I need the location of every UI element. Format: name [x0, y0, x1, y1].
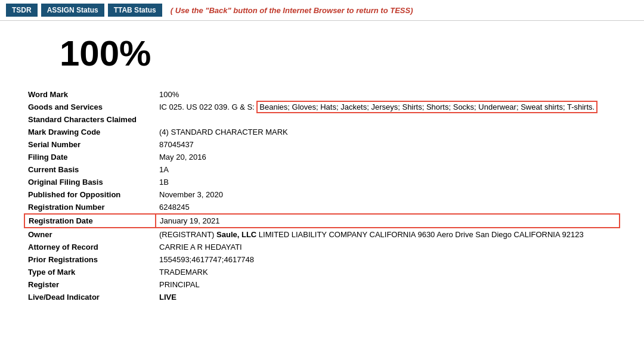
field-value: 1554593;4617747;4617748 [156, 253, 620, 266]
field-value: 1A [156, 163, 620, 176]
field-label: Prior Registrations [24, 253, 156, 266]
field-value: PRINCIPAL [156, 278, 620, 291]
field-value: CARRIE A R HEDAYATI [156, 241, 620, 253]
table-row: Live/Dead Indicator LIVE [24, 291, 620, 303]
field-value: November 3, 2020 [156, 188, 620, 201]
field-label: Goods and Services [24, 101, 156, 113]
field-value: January 19, 2021 [156, 214, 620, 228]
ttab-status-button[interactable]: TTAB Status [108, 4, 162, 17]
table-row: Current Basis 1A [24, 163, 620, 176]
main-content: 100% Word Mark 100% Goods and Services I… [0, 21, 644, 315]
toolbar-note: ( Use the "Back" button of the Internet … [171, 6, 413, 15]
field-label: Filing Date [24, 151, 156, 163]
table-row: Published for Opposition November 3, 202… [24, 188, 620, 201]
field-label: Mark Drawing Code [24, 126, 156, 138]
field-value: 1B [156, 176, 620, 188]
table-row: Filing Date May 20, 2016 [24, 151, 620, 163]
table-row: Word Mark 100% [24, 88, 620, 101]
field-value: 87045437 [156, 138, 620, 151]
registration-date-row: Registration Date January 19, 2021 [24, 214, 620, 228]
field-label: Register [24, 278, 156, 291]
field-value: TRADEMARK [156, 266, 620, 278]
field-label: Current Basis [24, 163, 156, 176]
table-row: Standard Characters Claimed [24, 113, 620, 126]
toolbar: TSDR ASSIGN Status TTAB Status ( Use the… [0, 0, 644, 21]
goods-highlight-box: Beanies; Gloves; Hats; Jackets; Jerseys;… [256, 101, 597, 113]
field-label: Serial Number [24, 138, 156, 151]
field-label: Published for Opposition [24, 188, 156, 201]
field-label: Registration Number [24, 201, 156, 214]
table-row: Goods and Services IC 025. US 022 039. G… [24, 101, 620, 113]
mark-title: 100% [60, 33, 620, 74]
owner-name: Saule, LLC [216, 230, 256, 239]
table-row: Serial Number 87045437 [24, 138, 620, 151]
field-label: Registration Date [24, 214, 156, 228]
field-label: Word Mark [24, 88, 156, 101]
trademark-data-table: Word Mark 100% Goods and Services IC 025… [24, 88, 620, 303]
table-row: Type of Mark TRADEMARK [24, 266, 620, 278]
table-row: Owner (REGISTRANT) Saule, LLC LIMITED LI… [24, 228, 620, 241]
field-value: (4) STANDARD CHARACTER MARK [156, 126, 620, 138]
table-row: Registration Number 6248245 [24, 201, 620, 214]
tsdr-button[interactable]: TSDR [6, 4, 38, 17]
field-value-owner: (REGISTRANT) Saule, LLC LIMITED LIABILIT… [156, 228, 620, 241]
field-value: May 20, 2016 [156, 151, 620, 163]
field-label: Attorney of Record [24, 241, 156, 253]
field-value-goods: IC 025. US 022 039. G & S: Beanies; Glov… [156, 101, 620, 113]
field-label: Standard Characters Claimed [24, 113, 156, 126]
table-row: Original Filing Basis 1B [24, 176, 620, 188]
table-row: Register PRINCIPAL [24, 278, 620, 291]
table-row: Prior Registrations 1554593;4617747;4617… [24, 253, 620, 266]
table-row: Mark Drawing Code (4) STANDARD CHARACTER… [24, 126, 620, 138]
field-value [156, 113, 620, 126]
field-value-live: LIVE [156, 291, 620, 303]
field-label: Owner [24, 228, 156, 241]
assign-status-button[interactable]: ASSIGN Status [41, 4, 104, 17]
field-value: 100% [156, 88, 620, 101]
field-label: Live/Dead Indicator [24, 291, 156, 303]
field-label: Type of Mark [24, 266, 156, 278]
table-row: Attorney of Record CARRIE A R HEDAYATI [24, 241, 620, 253]
field-value: 6248245 [156, 201, 620, 214]
live-dead-value: LIVE [159, 293, 177, 302]
field-label: Original Filing Basis [24, 176, 156, 188]
